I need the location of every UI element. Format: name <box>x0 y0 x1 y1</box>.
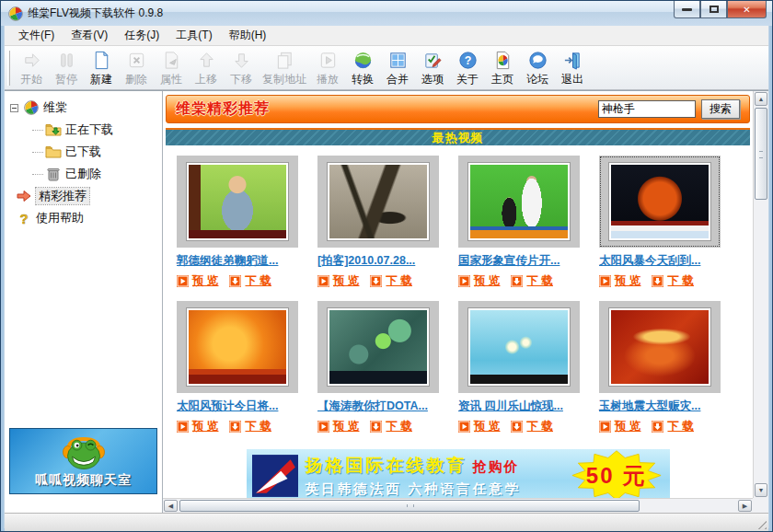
preview-link[interactable]: 预 览 <box>317 273 359 289</box>
thumb-flood-debris-news-image <box>328 163 429 240</box>
horizontal-scroll-thumb[interactable] <box>179 500 640 512</box>
delete-icon <box>126 50 147 71</box>
tree-connector <box>32 174 43 175</box>
download-link[interactable]: 下 载 <box>229 419 271 434</box>
download-link[interactable]: 下 载 <box>511 419 552 434</box>
ad-price-text: 50 元 <box>565 449 668 498</box>
video-thumbnail[interactable] <box>317 301 439 393</box>
download-link[interactable]: 下 载 <box>370 419 411 434</box>
download-label: 下 载 <box>386 419 411 434</box>
video-title-link[interactable]: 太阳风预计今日将... <box>177 399 278 414</box>
preview-link[interactable]: 预 览 <box>599 273 640 289</box>
about-label: 关于 <box>456 72 479 87</box>
minimize-button[interactable] <box>674 1 700 18</box>
menu-file[interactable]: 文件(F) <box>10 25 63 46</box>
tree-expander-icon[interactable] <box>10 104 18 112</box>
menu-task[interactable]: 任务(J) <box>116 25 167 46</box>
menu-view[interactable]: 查看(V) <box>63 25 116 46</box>
video-title-link[interactable]: 玉树地震大型赈灾... <box>599 399 700 414</box>
video-thumbnail[interactable] <box>458 156 580 248</box>
preview-link[interactable]: 预 览 <box>599 419 640 434</box>
download-link[interactable]: 下 载 <box>370 273 411 289</box>
preview-link[interactable]: 预 览 <box>317 419 359 434</box>
featured-header: 维棠精彩推荐 搜索 <box>166 95 750 123</box>
video-title-link[interactable]: 资讯 四川乐山惊现... <box>458 399 563 414</box>
video-title-link[interactable]: [拍客]2010.07.28... <box>317 253 415 269</box>
scroll-left-button[interactable]: ◀ <box>164 500 178 512</box>
horizontal-scrollbar[interactable]: ◀ ▶ <box>163 498 753 513</box>
window-title: 维棠FLV视频下载软件 0.9.8 <box>28 6 163 21</box>
preview-link[interactable]: 预 览 <box>177 419 218 434</box>
move-down-button[interactable]: 下移 <box>224 48 259 88</box>
exit-button[interactable]: 退出 <box>555 48 590 88</box>
scroll-up-button[interactable]: ▲ <box>755 92 767 106</box>
featured-page: 维棠精彩推荐 搜索 最热视频 郭德纲徒弟鞠躬道... <box>163 91 753 498</box>
download-link[interactable]: 下 载 <box>652 273 693 289</box>
svg-text:?: ? <box>19 211 28 226</box>
scroll-down-button[interactable]: ▼ <box>755 483 767 497</box>
vertical-scroll-thumb[interactable] <box>755 108 767 200</box>
video-title-link[interactable]: 【海涛教你打DOTA... <box>317 399 428 414</box>
tree-item-deleted[interactable]: 已删除 <box>8 163 158 185</box>
menu-help[interactable]: 帮助(H) <box>221 25 275 46</box>
video-title-link[interactable]: 郭德纲徒弟鞠躬道... <box>177 253 278 269</box>
convert-label: 转换 <box>352 72 374 87</box>
video-thumbnail[interactable] <box>317 156 439 248</box>
scroll-right-button[interactable]: ▶ <box>738 500 752 512</box>
start-button[interactable]: 开始 <box>14 48 49 88</box>
preview-play-icon <box>177 275 189 287</box>
delete-button[interactable]: 删除 <box>119 48 154 88</box>
toolbar-grip[interactable] <box>7 51 10 86</box>
search-button[interactable]: 搜索 <box>701 99 740 119</box>
forum-icon <box>527 50 548 71</box>
new-task-button[interactable]: 新建 <box>84 48 119 88</box>
pause-button[interactable]: 暂停 <box>49 48 84 88</box>
download-link[interactable]: 下 载 <box>511 273 552 289</box>
tree-item-downloaded[interactable]: 已下载 <box>8 141 158 163</box>
preview-link[interactable]: 预 览 <box>458 419 500 434</box>
vertical-scrollbar[interactable]: ▲ ▼ <box>753 91 768 498</box>
sidebar-item-help[interactable]: ? 使用帮助 <box>8 207 158 229</box>
download-link[interactable]: 下 载 <box>229 273 271 289</box>
search-input[interactable] <box>598 100 696 118</box>
delete-label: 删除 <box>125 72 147 87</box>
move-up-button[interactable]: 上移 <box>189 48 224 88</box>
options-button[interactable]: 选项 <box>415 48 450 88</box>
video-thumbnail[interactable] <box>458 301 580 393</box>
video-card: 郭德纲徒弟鞠躬道... 预 览 下 载 <box>177 156 298 289</box>
titlebar[interactable]: 维棠FLV视频下载软件 0.9.8 ✕ <box>1 1 772 26</box>
close-button[interactable]: ✕ <box>727 1 767 18</box>
video-thumbnail[interactable] <box>599 301 721 393</box>
copy-url-button[interactable]: 复制地址 <box>259 48 310 88</box>
resize-grip[interactable] <box>755 517 767 529</box>
preview-play-icon <box>458 421 470 433</box>
convert-button[interactable]: 转换 <box>345 48 380 88</box>
video-thumbnail[interactable] <box>599 156 721 248</box>
ad-brand-text: 扬格国际在线教育 <box>306 454 467 478</box>
tree-item-downloading[interactable]: 正在下载 <box>8 119 158 141</box>
video-thumbnail[interactable] <box>177 156 298 248</box>
forum-button[interactable]: 论坛 <box>520 48 555 88</box>
thumb-guodegang-apprentice-stage-image <box>187 163 288 240</box>
preview-link[interactable]: 预 览 <box>177 273 218 289</box>
new-task-label: 新建 <box>90 72 112 87</box>
homepage-button[interactable]: 主页 <box>485 48 520 88</box>
maximize-button[interactable] <box>700 1 727 18</box>
sidebar-item-featured[interactable]: 精彩推荐 <box>8 185 158 207</box>
properties-button[interactable]: 属性 <box>154 48 189 88</box>
video-thumbnail[interactable] <box>177 301 298 393</box>
guagua-chat-ad[interactable]: 呱呱视频聊天室 <box>9 428 157 494</box>
about-button[interactable]: ? 关于 <box>450 48 485 88</box>
video-title-link[interactable]: 国家形象宣传片开... <box>458 253 560 269</box>
video-title-link[interactable]: 太阳风暴今天刮到... <box>599 253 700 269</box>
preview-link[interactable]: 预 览 <box>458 273 500 289</box>
merge-button[interactable]: 合并 <box>380 48 415 88</box>
yangge-education-ad[interactable]: 扬格国际在线教育 抢购价 英日韩德法西 六种语言任意学 50 元 <box>247 449 670 498</box>
play-button[interactable]: 播放 <box>310 48 345 88</box>
exit-icon <box>562 50 583 71</box>
menu-tools[interactable]: 工具(T) <box>167 25 220 46</box>
preview-play-icon <box>599 421 611 433</box>
download-link[interactable]: 下 载 <box>652 419 693 434</box>
statusbar <box>5 513 768 531</box>
tree-root-weitang[interactable]: 维棠 <box>8 97 158 119</box>
